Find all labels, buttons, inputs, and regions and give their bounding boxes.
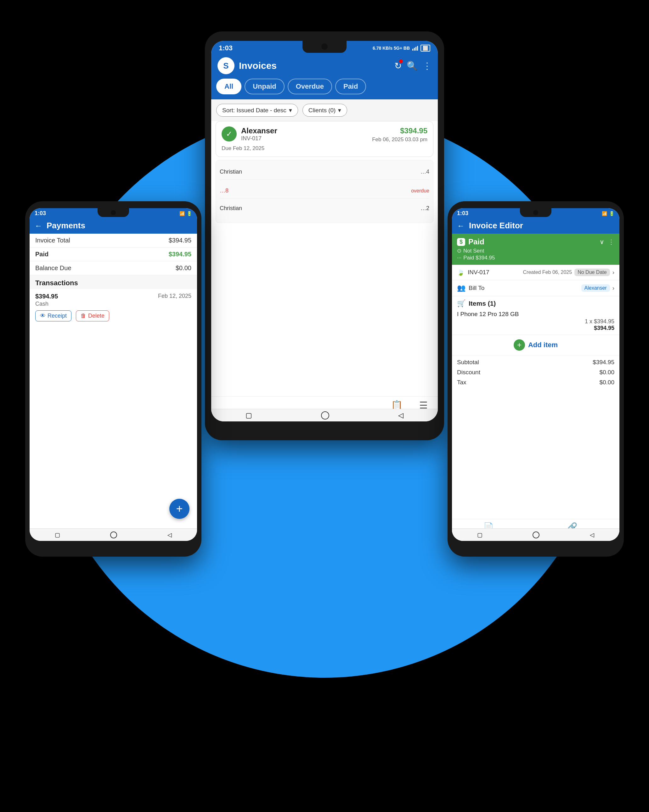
cart-icon: 🛒: [457, 299, 465, 308]
paid-status-top: $ Paid ∨ ⋮: [457, 237, 614, 246]
left-notch: [98, 208, 129, 217]
tab-unpaid[interactable]: Unpaid: [245, 79, 285, 95]
payments-title: Payments: [47, 221, 85, 230]
center-app-title: Invoices: [239, 60, 277, 71]
paid-amount-row: ··· Paid $394.95: [457, 255, 614, 261]
back-nav-icon[interactable]: ◁: [398, 411, 404, 420]
right-time: 1:03: [457, 210, 468, 217]
right-phone-screen: 1:03 📶 🔋 ← Invoice Editor $ Paid: [452, 208, 619, 541]
circle-nav-icon[interactable]: [321, 411, 329, 420]
add-item-row[interactable]: + Add item: [452, 335, 619, 355]
item-total: $394.95: [457, 325, 614, 331]
discount-row: Discount $0.00: [457, 367, 614, 377]
subtotal-row: Subtotal $394.95: [457, 357, 614, 367]
add-item-label: Add item: [528, 341, 558, 349]
battery-icon: ⬜: [421, 45, 430, 52]
sort-filter[interactable]: Sort: Issued Date - desc ▾: [216, 104, 298, 117]
payments-header: ← Payments: [30, 218, 197, 234]
paid-check-icon: ✓: [222, 127, 237, 142]
transaction-amount: $394.95: [35, 293, 58, 300]
search-icon[interactable]: 🔍: [407, 61, 418, 71]
center-android-nav: ▢ ◁: [211, 409, 438, 421]
center-header-left: S Invoices: [217, 57, 277, 74]
totals-section: Subtotal $394.95 Discount $0.00 Tax $0.0…: [452, 355, 619, 389]
paid-status-banner: $ Paid ∨ ⋮ ⊙ Not Sent ··· Paid $394.95: [452, 234, 619, 265]
back-button[interactable]: ←: [35, 221, 42, 230]
invoice-number-right: Created Feb 06, 2025 No Due Date ›: [523, 269, 615, 276]
editor-back-button[interactable]: ←: [457, 221, 465, 230]
tab-all[interactable]: All: [216, 79, 242, 95]
chevron-down-icon: ▾: [289, 107, 292, 114]
signal-icon: 📶: [602, 211, 607, 216]
sync-badge: [399, 60, 403, 63]
list-item[interactable]: Christian…4: [220, 164, 429, 180]
center-notch: [303, 41, 346, 53]
dots-icon: ···: [457, 255, 461, 261]
editor-header: ← Invoice Editor: [452, 218, 619, 234]
not-sent-row: ⊙ Not Sent: [457, 247, 614, 254]
invoice-number-left: 🍃 INV-017: [457, 269, 490, 276]
filter-row: Sort: Issued Date - desc ▾ Clients (0) ▾: [211, 99, 438, 121]
item-price-row: 1 x $394.95: [457, 318, 614, 325]
invoice-client-name: Alexanser: [241, 127, 367, 135]
invoice-card[interactable]: ✓ Alexanser INV-017 $394.95 Feb 06, 2025…: [216, 121, 433, 157]
delete-button[interactable]: 🗑 Delete: [76, 310, 109, 321]
avatar: S: [217, 57, 234, 74]
bill-to-right: Alexanser ›: [581, 284, 614, 292]
invoice-info: Alexanser INV-017: [241, 127, 367, 142]
more-options-icon[interactable]: ⋮: [608, 238, 614, 246]
receipt-button[interactable]: 👁 Receipt: [35, 310, 72, 321]
tab-overdue[interactable]: Overdue: [288, 79, 332, 95]
invoice-amount: $394.95: [372, 127, 427, 135]
clients-filter[interactable]: Clients (0) ▾: [303, 104, 347, 117]
item-row[interactable]: I Phone 12 Pro 128 GB 1 x $394.95 $394.9…: [452, 309, 619, 335]
invoice-due-row: Due Feb 12, 2025: [222, 145, 427, 151]
editor-title: Invoice Editor: [469, 221, 523, 230]
chevron-right-icon: ›: [612, 285, 614, 292]
left-time: 1:03: [35, 210, 46, 217]
right-status-icons: 📶 🔋: [602, 211, 614, 216]
left-phone: 1:03 📶 🔋 ← Payments Invoice Total $394.9…: [25, 201, 201, 557]
transaction-actions: 👁 Receipt 🗑 Delete: [35, 310, 191, 321]
scene: 1:03 6.78 KB/s 5G+ BB ⬜ S: [0, 0, 649, 812]
tab-paid[interactable]: Paid: [335, 79, 366, 95]
invoice-number: INV-017: [241, 135, 367, 142]
sync-icon[interactable]: ↻: [394, 61, 402, 71]
circle-nav-icon[interactable]: [110, 531, 117, 539]
back-nav-icon[interactable]: ◁: [590, 531, 594, 539]
center-phone: 1:03 6.78 KB/s 5G+ BB ⬜ S: [205, 32, 444, 440]
transaction-row: $394.95 Feb 12, 2025: [35, 293, 191, 300]
add-item-icon: +: [514, 339, 525, 351]
battery-icon: 🔋: [609, 211, 614, 216]
square-nav-icon[interactable]: ▢: [245, 411, 252, 420]
square-nav-icon[interactable]: ▢: [477, 531, 482, 539]
invoice-card-header: ✓ Alexanser INV-017 $394.95 Feb 06, 2025…: [222, 127, 427, 143]
back-nav-icon[interactable]: ◁: [167, 531, 172, 539]
invoice-datetime: Feb 06, 2025 03.03 pm: [372, 136, 427, 143]
no-due-date-tag: No Due Date: [574, 269, 610, 276]
list-item[interactable]: Christian…2: [220, 202, 429, 214]
dollar-icon-badge: $: [457, 238, 465, 246]
trash-icon: 🗑: [81, 313, 86, 319]
list-item[interactable]: …8overdue: [220, 183, 429, 199]
chevron-down-icon[interactable]: ∨: [600, 238, 604, 246]
kb-speed: 6.78 KB/s 5G+ BB: [373, 46, 410, 50]
add-payment-fab[interactable]: +: [169, 499, 190, 519]
paid-row: Paid $394.95: [30, 247, 197, 261]
center-phone-screen: 1:03 6.78 KB/s 5G+ BB ⬜ S: [211, 41, 438, 421]
client-name-tag: Alexanser: [581, 284, 610, 292]
tax-row: Tax $0.00: [457, 377, 614, 388]
more-icon[interactable]: ⋮: [423, 61, 432, 71]
invoice-number-row[interactable]: 🍃 INV-017 Created Feb 06, 2025 No Due Da…: [452, 265, 619, 280]
eye-icon: 👁: [40, 313, 46, 319]
square-nav-icon[interactable]: ▢: [55, 531, 60, 539]
bill-to-row[interactable]: 👥 Bill To Alexanser ›: [452, 280, 619, 296]
leaf-icon: 🍃: [457, 269, 465, 276]
circle-nav-icon[interactable]: [533, 531, 539, 539]
balance-due-row: Balance Due $0.00: [30, 261, 197, 275]
tabs-row: All Unpaid Overdue Paid: [211, 79, 438, 99]
paid-amount: $394.95: [169, 251, 191, 258]
center-header: S Invoices ↻ 🔍 ⋮: [211, 54, 438, 79]
transaction-type: Cash: [35, 301, 191, 307]
transactions-section-label: Transactions: [30, 275, 197, 289]
